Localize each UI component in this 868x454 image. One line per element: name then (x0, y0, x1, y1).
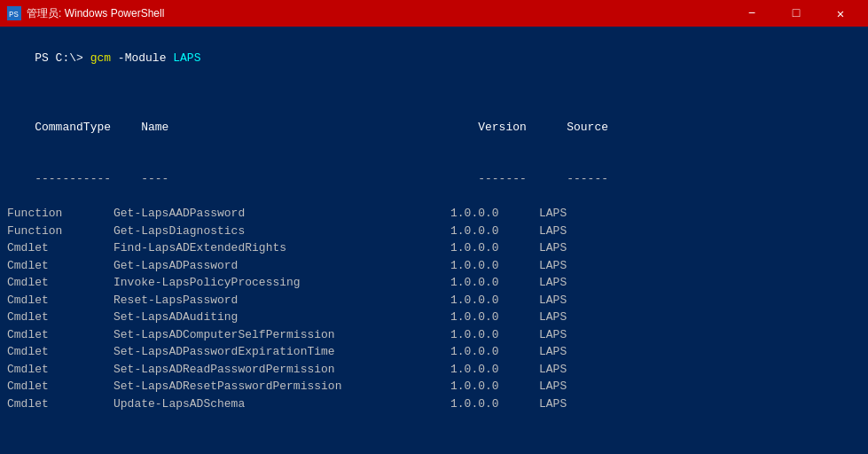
row-name: Invoke-LapsPolicyProcessing (113, 274, 450, 292)
row-source: LAPS (539, 361, 567, 379)
row-source: LAPS (539, 292, 567, 309)
row-version: 1.0.0.0 (450, 378, 539, 395)
param-module: -Module (111, 51, 173, 65)
row-version: 1.0.0.0 (450, 309, 539, 326)
row-name: Get-LapsDiagnostics (113, 223, 450, 240)
row-type: Cmdlet (7, 378, 113, 395)
row-version: 1.0.0.0 (450, 361, 539, 379)
row-source: LAPS (539, 274, 567, 292)
header-name: Name (141, 119, 478, 137)
row-version: 1.0.0.0 (450, 274, 539, 292)
row-name: Find-LapsADExtendedRights (113, 239, 450, 257)
table-row: CmdletUpdate-LapsADSchema1.0.0.0LAPS (7, 395, 861, 413)
row-source: LAPS (539, 343, 567, 361)
row-name: Get-LapsAADPassword (113, 205, 450, 223)
row-source: LAPS (539, 205, 567, 223)
div-ver: ------- (478, 170, 567, 188)
row-source: LAPS (539, 257, 567, 275)
row-source: LAPS (539, 239, 567, 257)
row-type: Function (7, 205, 113, 223)
table-row: FunctionGet-LapsDiagnostics1.0.0.0LAPS (7, 223, 861, 240)
row-version: 1.0.0.0 (450, 326, 539, 344)
div-type: ----------- (35, 170, 141, 188)
row-name: Set-LapsADReadPasswordPermission (113, 361, 450, 379)
blank-1 (7, 84, 861, 102)
table-row: CmdletSet-LapsADPasswordExpirationTime1.… (7, 343, 861, 361)
header-source: Source (567, 119, 608, 137)
div-name: ---- (141, 170, 478, 188)
row-name: Set-LapsADResetPasswordPermission (113, 378, 450, 395)
arg-laps: LAPS (173, 51, 200, 65)
table-header: CommandTypeNameVersionSource (7, 101, 861, 153)
row-name: Reset-LapsPassword (113, 292, 450, 309)
div-src: ------ (567, 170, 608, 188)
powershell-icon: PS (7, 6, 21, 20)
table-rows: FunctionGet-LapsAADPassword1.0.0.0LAPSFu… (7, 205, 861, 412)
title-bar: PS 管理员: Windows PowerShell − □ ✕ (0, 0, 868, 27)
header-type: CommandType (35, 119, 141, 137)
table-divider: ---------------------------- (7, 153, 861, 206)
prompt-1: PS C:\> (35, 51, 90, 65)
table-row: CmdletInvoke-LapsPolicyProcessing1.0.0.0… (7, 274, 861, 292)
title-bar-left: PS 管理员: Windows PowerShell (7, 6, 164, 21)
row-type: Cmdlet (7, 257, 113, 275)
row-name: Set-LapsADPasswordExpirationTime (113, 343, 450, 361)
table-row: CmdletSet-LapsADAuditing1.0.0.0LAPS (7, 309, 861, 326)
blank-3 (7, 430, 861, 448)
table-row: CmdletSet-LapsADComputerSelfPermission1.… (7, 326, 861, 344)
title-bar-controls: − □ ✕ (731, 0, 861, 27)
row-name: Set-LapsADAuditing (113, 309, 450, 326)
table-row: FunctionGet-LapsAADPassword1.0.0.0LAPS (7, 205, 861, 223)
row-type: Cmdlet (7, 326, 113, 344)
command-line-2: PS C:\> Get-LapsADPassword -Identity lap… (7, 447, 861, 454)
terminal: PS C:\> gcm -Module LAPS CommandTypeName… (0, 27, 868, 454)
table-row: CmdletSet-LapsADResetPasswordPermission1… (7, 378, 861, 395)
row-type: Cmdlet (7, 292, 113, 309)
header-version: Version (478, 119, 567, 137)
row-version: 1.0.0.0 (450, 395, 539, 413)
row-version: 1.0.0.0 (450, 223, 539, 240)
row-source: LAPS (539, 378, 567, 395)
row-source: LAPS (539, 326, 567, 344)
row-version: 1.0.0.0 (450, 343, 539, 361)
table-row: CmdletFind-LapsADExtendedRights1.0.0.0LA… (7, 239, 861, 257)
row-type: Cmdlet (7, 343, 113, 361)
svg-text:PS: PS (9, 11, 19, 20)
close-button[interactable]: ✕ (820, 0, 861, 27)
row-type: Cmdlet (7, 239, 113, 257)
maximize-button[interactable]: □ (776, 0, 817, 27)
table-row: CmdletSet-LapsADReadPasswordPermission1.… (7, 361, 861, 379)
table-row: CmdletGet-LapsADPassword1.0.0.0LAPS (7, 257, 861, 275)
row-version: 1.0.0.0 (450, 292, 539, 309)
row-version: 1.0.0.0 (450, 205, 539, 223)
row-type: Function (7, 223, 113, 240)
command-line-1: PS C:\> gcm -Module LAPS (7, 32, 861, 84)
row-type: Cmdlet (7, 274, 113, 292)
row-type: Cmdlet (7, 309, 113, 326)
table-row: CmdletReset-LapsPassword1.0.0.0LAPS (7, 292, 861, 309)
row-type: Cmdlet (7, 361, 113, 379)
row-name: Set-LapsADComputerSelfPermission (113, 326, 450, 344)
row-type: Cmdlet (7, 395, 113, 413)
minimize-button[interactable]: − (731, 0, 772, 27)
row-version: 1.0.0.0 (450, 239, 539, 257)
row-name: Update-LapsADSchema (113, 395, 450, 413)
row-source: LAPS (539, 223, 567, 240)
row-name: Get-LapsADPassword (113, 257, 450, 275)
row-version: 1.0.0.0 (450, 257, 539, 275)
title-text: 管理员: Windows PowerShell (27, 6, 164, 21)
cmd-gcm: gcm (90, 51, 111, 65)
row-source: LAPS (539, 309, 567, 326)
blank-2 (7, 412, 861, 430)
row-source: LAPS (539, 395, 567, 413)
